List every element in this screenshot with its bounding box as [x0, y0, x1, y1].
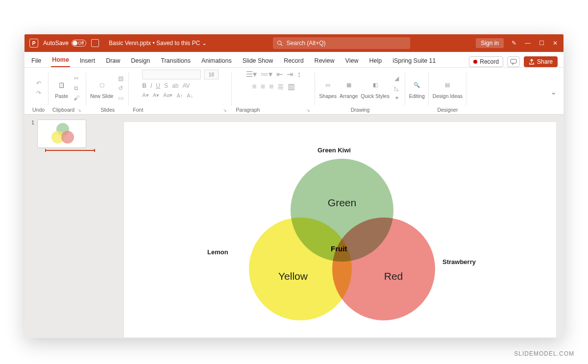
- design-ideas-button[interactable]: ▤Design Ideas: [433, 77, 463, 99]
- paste-button[interactable]: 📋Paste: [54, 77, 69, 99]
- clipboard-launcher[interactable]: ↘: [77, 108, 81, 113]
- line-spacing-button[interactable]: ↕: [297, 70, 301, 79]
- venn-label-left: Lemon: [207, 248, 228, 256]
- titlebar-right: Sign in ✎ — ☐ ✕: [476, 38, 559, 48]
- group-designer: ▤Design Ideas Designer: [429, 70, 466, 114]
- section-icon[interactable]: ▭: [116, 94, 125, 102]
- sign-in-button[interactable]: Sign in: [476, 38, 504, 48]
- slide-number: 1: [31, 120, 34, 151]
- group-drawing: ▭Shapes ▦Arrange ◧Quick Styles ◢◺✦ Drawi…: [315, 70, 405, 114]
- tab-insert[interactable]: Insert: [79, 54, 96, 67]
- font-name-input[interactable]: [142, 70, 201, 79]
- maximize-button[interactable]: ☐: [538, 40, 545, 47]
- numbering-button[interactable]: ≔▾: [261, 70, 272, 79]
- tab-record[interactable]: Record: [283, 54, 304, 67]
- venn-label-top: Green Kiwi: [318, 146, 351, 154]
- align-right-button[interactable]: ≡: [269, 82, 273, 91]
- close-button[interactable]: ✕: [552, 40, 559, 47]
- group-slides: ▢New Slide ▤↺▭ Slides: [86, 70, 129, 114]
- paragraph-launcher[interactable]: ↘: [306, 108, 310, 113]
- shape-outline-icon[interactable]: ◺: [392, 84, 401, 92]
- record-dot-icon: [473, 60, 477, 64]
- find-icon: 🔍: [410, 77, 424, 92]
- record-button[interactable]: Record: [469, 56, 503, 67]
- font-color-button[interactable]: A▾: [142, 92, 148, 98]
- shapes-button[interactable]: ▭Shapes: [319, 77, 337, 99]
- slide-thumbnails: 1: [24, 115, 122, 338]
- quick-styles-button[interactable]: ◧Quick Styles: [361, 77, 389, 99]
- bold-button[interactable]: B: [142, 82, 147, 89]
- italic-button[interactable]: I: [150, 82, 152, 89]
- venn-circle-red[interactable]: Red: [332, 218, 435, 320]
- shapes-icon: ▭: [320, 77, 335, 92]
- group-font: 18 B I U S ab AV A▾ A▾ Aa▾ A↑ A↓ Font↘: [129, 70, 232, 114]
- toggle-switch[interactable]: Off: [72, 40, 86, 47]
- new-slide-button[interactable]: ▢New Slide: [90, 77, 113, 99]
- layout-icon[interactable]: ▤: [116, 74, 125, 82]
- tab-slideshow[interactable]: Slide Show: [242, 54, 274, 67]
- align-left-button[interactable]: ≡: [252, 82, 256, 91]
- autosave-label: AutoSave: [43, 40, 69, 47]
- svg-line-1: [281, 44, 282, 46]
- tab-draw[interactable]: Draw: [105, 54, 121, 67]
- comment-icon: [510, 59, 517, 65]
- arrange-button[interactable]: ▦Arrange: [340, 77, 358, 99]
- quick-styles-icon: ◧: [368, 77, 383, 92]
- undo-icon[interactable]: ↶: [34, 79, 43, 87]
- group-undo: ↶↷ Undo: [28, 70, 49, 114]
- tab-home[interactable]: Home: [51, 53, 70, 67]
- cut-icon[interactable]: ✂: [72, 74, 81, 82]
- paste-icon: 📋: [54, 77, 69, 92]
- font-size-input[interactable]: 18: [204, 70, 219, 79]
- collapse-ribbon-button[interactable]: ⌄: [547, 85, 560, 98]
- titlebar-left: P AutoSave Off Basic Venn.pptx • Saved t…: [29, 39, 207, 48]
- bullets-button[interactable]: ☰▾: [246, 70, 257, 79]
- ribbon: ↶↷ Undo 📋Paste ✂⧉🖌 Clipboard↘ ▢New Slide…: [24, 68, 564, 115]
- tabs-right: Record Share: [469, 56, 558, 67]
- tab-transitions[interactable]: Transitions: [160, 54, 192, 67]
- search-input[interactable]: Search (Alt+Q): [273, 37, 410, 49]
- change-case-button[interactable]: Aa▾: [163, 92, 172, 98]
- pen-icon[interactable]: ✎: [511, 40, 517, 47]
- tab-view[interactable]: View: [344, 54, 360, 67]
- reset-icon[interactable]: ↺: [116, 84, 125, 92]
- strike-button[interactable]: S: [164, 82, 168, 89]
- tab-help[interactable]: Help: [368, 54, 383, 67]
- spacing-button[interactable]: AV: [182, 82, 190, 89]
- group-editing: 🔍Editing .: [405, 70, 429, 114]
- redo-icon[interactable]: ↷: [34, 89, 43, 97]
- share-button[interactable]: Share: [524, 56, 558, 67]
- copy-icon[interactable]: ⧉: [72, 84, 81, 92]
- search-icon: [277, 40, 283, 46]
- tab-design[interactable]: Design: [130, 54, 151, 67]
- shadow-button[interactable]: ab: [172, 82, 178, 89]
- tab-ispring[interactable]: iSpring Suite 11: [392, 54, 437, 67]
- indent-inc-button[interactable]: ⇥: [287, 70, 293, 79]
- grow-font-button[interactable]: A↑: [177, 93, 183, 98]
- font-launcher[interactable]: ↘: [223, 108, 227, 113]
- shape-fill-icon[interactable]: ◢: [392, 74, 401, 82]
- chevron-down-icon: ⌄: [202, 40, 207, 47]
- indent-dec-button[interactable]: ⇤: [276, 70, 283, 79]
- tab-animations[interactable]: Animations: [200, 54, 233, 67]
- workspace: 1 Green Kiwi Lemon Strawberry Green Yell…: [24, 115, 564, 338]
- tab-file[interactable]: File: [30, 54, 42, 67]
- underline-button[interactable]: U: [156, 82, 160, 89]
- columns-button[interactable]: ▥: [288, 82, 295, 91]
- document-title[interactable]: Basic Venn.pptx • Saved to this PC⌄: [109, 40, 207, 47]
- shrink-font-button[interactable]: A↓: [187, 93, 193, 98]
- save-icon[interactable]: [91, 39, 99, 47]
- shape-effects-icon[interactable]: ✦: [392, 94, 401, 102]
- comments-button[interactable]: [507, 56, 520, 67]
- format-painter-icon[interactable]: 🖌: [72, 94, 81, 102]
- align-center-button[interactable]: ≡: [261, 82, 265, 91]
- highlight-button[interactable]: A▾: [153, 92, 159, 98]
- justify-button[interactable]: ≣: [277, 82, 284, 91]
- autosave-toggle[interactable]: AutoSave Off: [43, 40, 86, 47]
- minimize-button[interactable]: —: [524, 40, 531, 47]
- slide-thumbnail-1[interactable]: [37, 120, 86, 148]
- group-clipboard: 📋Paste ✂⧉🖌 Clipboard↘: [49, 70, 86, 114]
- tab-review[interactable]: Review: [314, 54, 336, 67]
- editing-button[interactable]: 🔍Editing: [409, 77, 425, 99]
- slide-canvas[interactable]: Green Kiwi Lemon Strawberry Green Yellow…: [123, 121, 557, 338]
